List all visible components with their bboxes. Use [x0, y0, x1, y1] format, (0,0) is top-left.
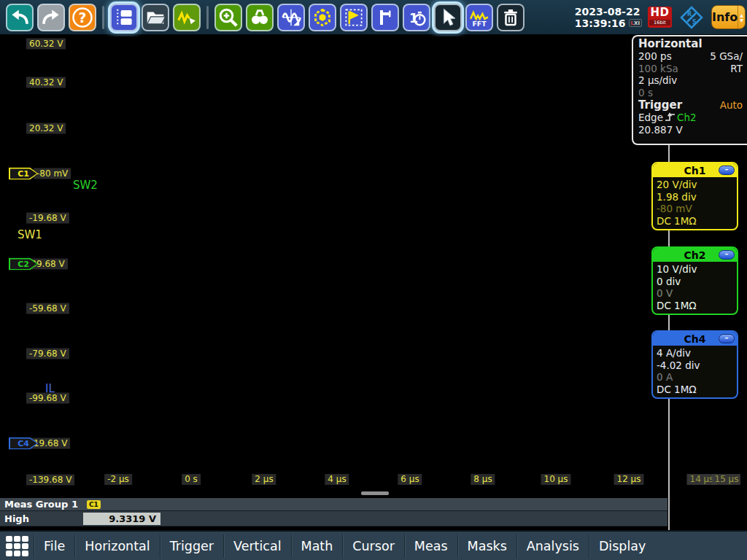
- minimize-button[interactable]: –: [719, 166, 735, 175]
- dialog-settings-icon[interactable]: [110, 4, 138, 31]
- channel-name: Ch1: [684, 165, 706, 176]
- lxi-badge: LXI: [629, 19, 642, 27]
- menu-item-analysis[interactable]: Analysis: [516, 534, 589, 558]
- measurement-panel[interactable]: Meas Group 1 C1 High 9.3319 V: [0, 498, 667, 526]
- meas-result-row: High 9.3319 V: [0, 511, 667, 526]
- help-icon[interactable]: ?: [69, 4, 96, 31]
- menu-item-trigger[interactable]: Trigger: [160, 534, 223, 558]
- undo-icon[interactable]: [6, 4, 34, 31]
- trigger-level-row: 20.887 V: [638, 124, 743, 136]
- time-axis-label: 2 µs: [252, 474, 276, 485]
- channel-setting: 1.98 div: [657, 191, 733, 203]
- horizontal-trigger-panel[interactable]: Horizontal 200 ps5 GSa/100 kSaRT2 µs/div…: [632, 35, 747, 145]
- horizontal-row: 0 s: [638, 87, 743, 99]
- report-flag-icon[interactable]: [340, 4, 368, 31]
- menu-item-meas[interactable]: Meas: [404, 534, 457, 558]
- top-toolbar: ?1FFT 2023-08-22 13:39:16 LXI HD 16bit R…: [0, 0, 747, 34]
- svg-text:FFT: FFT: [472, 19, 487, 27]
- svg-text:R: R: [687, 11, 692, 18]
- wave-label-sw1: SW1: [18, 228, 42, 241]
- menu-item-vertical[interactable]: Vertical: [223, 534, 291, 558]
- channel-marker-c4[interactable]: C4: [9, 438, 38, 450]
- rs-logo-icon: R S: [679, 5, 704, 30]
- channel-setting: 20 V/div: [657, 179, 733, 191]
- trigger-type-row: EdgeCh2: [638, 112, 743, 124]
- channel-badge-ch2[interactable]: Ch2–10 V/div0 div0 VDC 1MΩ: [651, 246, 738, 315]
- fft-icon[interactable]: FFT: [465, 4, 493, 31]
- svg-text:?: ?: [79, 9, 87, 25]
- time-axis-label: -2 µs: [104, 474, 132, 485]
- channel-setting: 10 V/div: [657, 263, 733, 276]
- y-axis-label: -59.68 V: [26, 303, 69, 314]
- info-spinner[interactable]: ▲▼: [738, 6, 745, 28]
- trash-icon[interactable]: [497, 4, 525, 31]
- y-axis-label: 40.32 V: [26, 77, 66, 88]
- zoom-icon[interactable]: [214, 4, 242, 31]
- channel-setting: 0 V: [657, 287, 733, 300]
- search-icon[interactable]: [246, 4, 274, 31]
- channel-setting: 4 A/div: [657, 347, 733, 359]
- cursor-icon[interactable]: [434, 4, 462, 31]
- trigger-title: Trigger Auto: [638, 98, 743, 112]
- time-axis-label: 15 µs: [712, 474, 740, 485]
- file-open-icon[interactable]: [142, 4, 169, 31]
- trigger-source: Ch2: [677, 112, 697, 123]
- channel-setting: -80 mV: [657, 203, 733, 215]
- apps-grid-icon: [6, 536, 28, 556]
- horizontal-title: Horizontal: [638, 37, 743, 50]
- y-axis-label: -79.68 V: [26, 349, 69, 359]
- waveform-plot[interactable]: 60.32 V40.32 V20.32 V-80 mVC1-19.68 V-39…: [7, 36, 740, 487]
- scale-adjust-icon[interactable]: [277, 4, 305, 31]
- horizontal-scrollbar[interactable]: [361, 491, 389, 495]
- horizontal-row: 100 kSaRT: [638, 63, 743, 75]
- channel-badge-ch4[interactable]: Ch4–4 A/div-4.02 div0 ADC 1MΩ: [651, 330, 738, 399]
- channel-marker-c1[interactable]: C1: [9, 168, 38, 180]
- horizontal-row: 200 ps5 GSa/: [638, 50, 743, 63]
- y-axis-label: 60.32 V: [26, 39, 66, 50]
- apps-menu-button[interactable]: [0, 532, 34, 560]
- channel-name: Ch2: [684, 249, 706, 261]
- menu-item-display[interactable]: Display: [589, 534, 656, 558]
- menu-item-file[interactable]: File: [34, 534, 74, 558]
- rising-edge-icon: [665, 112, 676, 122]
- menu-item-horizontal[interactable]: Horizontal: [74, 534, 159, 558]
- channel-header[interactable]: Ch4–: [653, 332, 737, 346]
- meas-group-row[interactable]: Meas Group 1 C1: [0, 498, 667, 511]
- hd-mode-badge[interactable]: HD 16bit: [648, 7, 672, 28]
- channel-header[interactable]: Ch2–: [653, 248, 737, 262]
- meas-name: High: [0, 513, 83, 524]
- datetime: 2023-08-22 13:39:16 LXI: [575, 6, 642, 29]
- info-button[interactable]: Info ▲▼: [711, 5, 746, 29]
- channel-setting: DC 1MΩ: [657, 300, 733, 312]
- bottom-menu-bar: FileHorizontalTriggerVerticalMathCursorM…: [0, 530, 747, 560]
- toolbar-separator: [102, 6, 104, 29]
- channel-setting: -4.02 div: [657, 359, 733, 372]
- measure-icon[interactable]: [371, 4, 399, 31]
- timer-icon[interactable]: 1: [403, 4, 430, 31]
- channel-badge-ch1[interactable]: Ch1–20 V/div1.98 div-80 mVDC 1MΩ: [651, 162, 738, 230]
- channel-setting: 0 div: [657, 276, 733, 288]
- wave-label-il: IL: [45, 382, 55, 395]
- mask-test-icon[interactable]: [309, 4, 336, 31]
- y-axis-label: -19.68 V: [26, 213, 69, 224]
- y-axis-label: -80 mV: [34, 168, 71, 179]
- y-axis-label: -139.68 V: [26, 475, 74, 486]
- minimize-button[interactable]: –: [719, 250, 735, 260]
- channel-header[interactable]: Ch1–: [653, 163, 737, 177]
- channel-setting: 0 A: [657, 371, 733, 384]
- redo-icon[interactable]: [37, 4, 65, 31]
- svg-text:S: S: [692, 19, 697, 26]
- menu-item-cursor[interactable]: Cursor: [342, 534, 404, 558]
- menu-item-masks[interactable]: Masks: [457, 534, 516, 558]
- minimize-button[interactable]: –: [719, 334, 735, 343]
- y-axis-label: 20.32 V: [26, 123, 66, 134]
- time-axis-label: 4 µs: [325, 474, 349, 485]
- channel-setting: DC 1MΩ: [657, 215, 733, 228]
- time-axis-label: 12 µs: [614, 474, 644, 485]
- menu-item-math[interactable]: Math: [291, 534, 343, 558]
- channel-setting: DC 1MΩ: [657, 384, 733, 396]
- channel-marker-c2[interactable]: C2: [9, 258, 38, 271]
- wave-label-sw2: SW2: [73, 179, 98, 192]
- annotate-icon[interactable]: [173, 4, 201, 31]
- meas-group-label: Meas Group 1: [0, 499, 78, 510]
